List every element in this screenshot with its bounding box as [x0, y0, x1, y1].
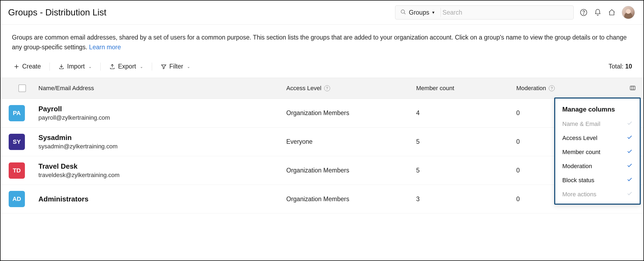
- filter-label: Filter: [169, 63, 183, 70]
- row-icon-cell: SY: [6, 134, 38, 150]
- access-level-cell: Organization Members: [286, 195, 416, 203]
- filter-icon: [161, 64, 167, 70]
- column-toggle-item[interactable]: Block status: [555, 173, 640, 187]
- export-label: Export: [118, 63, 136, 70]
- th-access-level[interactable]: Access Level ?: [286, 85, 416, 92]
- member-count-cell: 3: [416, 195, 516, 203]
- member-count-cell: 5: [416, 138, 516, 145]
- header-right: Groups ▼: [395, 5, 635, 19]
- total-value: 10: [625, 63, 632, 70]
- column-toggle-label: Name & Email: [562, 120, 600, 128]
- name-email-cell: Administrators: [38, 195, 286, 203]
- export-icon: [109, 64, 115, 70]
- group-email: traveldesk@zylkertraining.com: [38, 172, 286, 179]
- th-check: [6, 84, 38, 92]
- page-title: Groups - Distribution List: [8, 7, 106, 18]
- filter-button[interactable]: Filter ⌄: [159, 62, 192, 71]
- popover-title: Manage columns: [555, 103, 640, 117]
- search-icon: [400, 9, 406, 16]
- import-button[interactable]: Import ⌄: [57, 62, 93, 71]
- group-avatar: TD: [9, 162, 25, 179]
- column-toggle-item[interactable]: Moderation: [555, 159, 640, 173]
- svg-rect-6: [630, 86, 635, 90]
- group-name-link[interactable]: Payroll: [38, 105, 286, 113]
- access-level-cell: Everyone: [286, 138, 416, 145]
- help-icon[interactable]: ?: [549, 85, 555, 91]
- column-toggle-item[interactable]: Member count: [555, 145, 640, 159]
- th-access-level-label: Access Level: [286, 85, 321, 92]
- import-icon: [58, 64, 64, 70]
- group-avatar: AD: [9, 191, 25, 207]
- columns-icon: [629, 85, 636, 92]
- column-settings-button[interactable]: [616, 85, 638, 92]
- total-count: Total: 10: [609, 63, 632, 70]
- th-member-count[interactable]: Member count: [416, 85, 516, 92]
- group-name-link[interactable]: Sysadmin: [38, 133, 286, 142]
- th-name-email[interactable]: Name/Email Address: [38, 85, 286, 92]
- member-count-cell: 4: [416, 109, 516, 117]
- chevron-down-icon: ⌄: [88, 64, 92, 69]
- row-icon-cell: AD: [6, 191, 38, 207]
- group-email: payroll@zylkertraining.com: [38, 114, 286, 121]
- bell-icon[interactable]: [594, 8, 602, 17]
- column-toggle-item: Name & Email: [555, 117, 640, 131]
- search-scope-label: Groups: [409, 9, 429, 16]
- check-icon: [627, 148, 633, 156]
- divider: [50, 63, 50, 71]
- column-toggle-label: Block status: [562, 177, 594, 184]
- groups-table: Name/Email Address Access Level ? Member…: [1, 78, 643, 213]
- check-icon: [627, 120, 633, 128]
- table-row[interactable]: ADAdministratorsOrganization Members30: [1, 185, 643, 213]
- search-scope-select[interactable]: Groups ▼: [406, 9, 439, 16]
- group-name-link[interactable]: Travel Desk: [38, 162, 286, 171]
- plus-icon: [14, 64, 19, 70]
- group-name-link[interactable]: Administrators: [38, 195, 286, 203]
- divider: [441, 8, 441, 17]
- name-email-cell: Travel Desktraveldesk@zylkertraining.com: [38, 162, 286, 179]
- divider: [152, 63, 152, 71]
- chevron-down-icon: ▼: [431, 10, 435, 15]
- group-avatar: SY: [9, 134, 25, 150]
- svg-point-3: [583, 14, 584, 14]
- import-label: Import: [67, 63, 85, 70]
- access-level-cell: Organization Members: [286, 109, 416, 117]
- intro-text: Groups are common email addresses, share…: [1, 25, 643, 55]
- divider: [100, 63, 101, 71]
- export-button[interactable]: Export ⌄: [108, 62, 144, 71]
- check-icon: [627, 162, 633, 170]
- table-row[interactable]: PAPayrollpayroll@zylkertraining.comOrgan…: [1, 99, 643, 128]
- access-level-cell: Organization Members: [286, 167, 416, 174]
- chevron-down-icon: ⌄: [140, 64, 143, 69]
- check-icon: [627, 134, 633, 142]
- name-email-cell: Sysadminsysadmin@zylkertraining.com: [38, 133, 286, 150]
- member-count-cell: 5: [416, 167, 516, 174]
- column-toggle-item[interactable]: Access Level: [555, 131, 640, 145]
- total-prefix: Total:: [609, 63, 625, 70]
- toolbar-left: Create Import ⌄ Export ⌄ Filter ⌄: [12, 62, 192, 71]
- column-toggle-label: More actions: [562, 191, 596, 198]
- avatar[interactable]: [622, 6, 635, 19]
- group-avatar: PA: [9, 105, 25, 121]
- table-row[interactable]: TDTravel Desktraveldesk@zylkertraining.c…: [1, 156, 643, 185]
- create-label: Create: [22, 63, 41, 70]
- check-icon: [627, 177, 633, 184]
- help-icon[interactable]: [580, 8, 588, 17]
- search-box[interactable]: Groups ▼: [395, 5, 574, 19]
- chevron-down-icon: ⌄: [187, 64, 190, 69]
- row-icon-cell: TD: [6, 162, 38, 179]
- manage-columns-popover: Manage columns Name & EmailAccess LevelM…: [554, 97, 641, 205]
- home-icon[interactable]: [608, 8, 616, 17]
- learn-more-link[interactable]: Learn more: [89, 44, 121, 51]
- column-toggle-item: More actions: [555, 187, 640, 201]
- select-all-checkbox[interactable]: [18, 84, 26, 92]
- check-icon: [627, 191, 633, 198]
- toolbar: Create Import ⌄ Export ⌄ Filter ⌄ Total:…: [1, 55, 643, 78]
- header-bar: Groups - Distribution List Groups ▼: [1, 1, 643, 25]
- search-input[interactable]: [442, 9, 570, 16]
- th-moderation[interactable]: Moderation ?: [516, 85, 616, 92]
- help-icon[interactable]: ?: [324, 85, 330, 91]
- table-row[interactable]: SYSysadminsysadmin@zylkertraining.comEve…: [1, 128, 643, 156]
- create-button[interactable]: Create: [12, 62, 42, 71]
- row-icon-cell: PA: [6, 105, 38, 121]
- th-moderation-label: Moderation: [516, 85, 546, 92]
